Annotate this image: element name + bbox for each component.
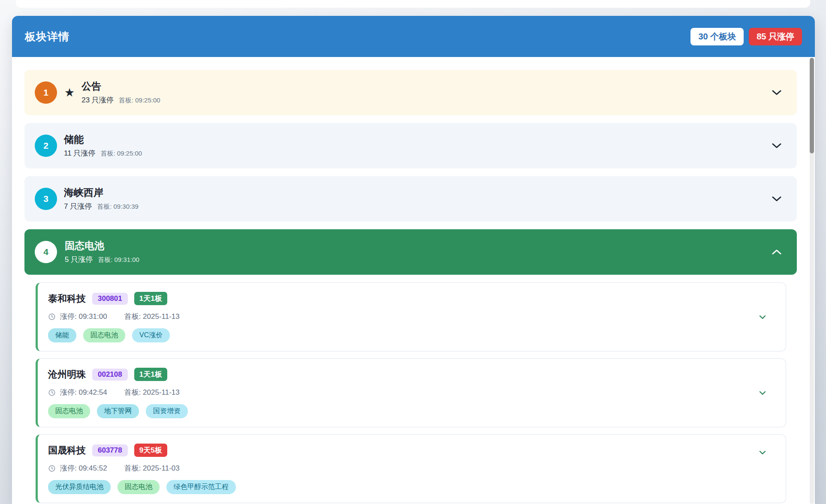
sector-row-gutaidianchi-expanded[interactable]: 4 固态电池 5 只涨停 首板: 09:31:00 (24, 229, 797, 275)
first-board-time: 首板: 09:31:00 (98, 256, 139, 264)
star-icon: ★ (64, 87, 75, 99)
stock-name: 泰和科技 (48, 292, 86, 305)
sector-row-gonggao[interactable]: 1 ★ 公告 23 只涨停 首板: 09:25:00 (24, 70, 797, 115)
clock-icon (48, 465, 56, 472)
first-board-date: 首板: 2025-11-13 (124, 312, 180, 321)
scrollbar-track[interactable] (810, 58, 814, 504)
stock-code-badge: 603778 (92, 444, 128, 456)
chevron-down-icon[interactable] (772, 143, 781, 149)
header-badges: 30 个板块 85 只涨停 (690, 28, 802, 45)
sector-list: 1 ★ 公告 23 只涨停 首板: 09:25:00 2 储能 11 只涨停 首… (12, 57, 815, 504)
page-title: 板块详情 (25, 30, 69, 44)
sector-text: 公告 23 只涨停 首板: 09:25:00 (81, 80, 160, 105)
sector-row-haixiaxian[interactable]: 3 海峡西岸 7 只涨停 首板: 09:30:39 (24, 176, 797, 222)
limit-up-time: 涨停: 09:42:54 (60, 387, 107, 397)
stock-card-guoshengkeji[interactable]: 国晟科技 603778 9天5板 涨停: 09:45:52 首板: 2025-1… (36, 434, 786, 503)
rank-badge: 1 (35, 81, 57, 104)
clock-icon (48, 313, 56, 321)
concept-tag[interactable]: 固态电池 (83, 328, 125, 342)
sector-name: 固态电池 (65, 240, 139, 252)
stock-card-cangzhoumingzhu[interactable]: 沧州明珠 002108 1天1板 涨停: 09:42:54 首板: 2025-1… (36, 358, 786, 427)
top-card-remnant (16, 0, 810, 8)
streak-badge: 1天1板 (134, 292, 167, 305)
streak-badge: 9天5板 (134, 444, 167, 457)
stock-name: 沧州明珠 (48, 368, 86, 381)
stock-card-taihekeji[interactable]: 泰和科技 300801 1天1板 涨停: 09:31:00 首板: 2025-1… (36, 282, 786, 351)
limit-up-time: 涨停: 09:45:52 (60, 463, 107, 473)
chevron-down-icon[interactable] (759, 450, 766, 455)
streak-badge: 1天1板 (134, 368, 167, 381)
concept-tag[interactable]: 光伏异质结电池 (48, 480, 111, 494)
scrollbar-thumb[interactable] (810, 58, 814, 153)
rank-badge: 4 (35, 241, 57, 263)
chevron-down-icon[interactable] (772, 196, 781, 202)
sector-count-badge: 30 个板块 (690, 28, 744, 45)
sector-row-chuneng[interactable]: 2 储能 11 只涨停 首板: 09:25:00 (24, 123, 797, 168)
chevron-up-icon[interactable] (772, 249, 781, 255)
concept-tag[interactable]: 绿色甲醇示范工程 (166, 480, 236, 494)
sector-text: 固态电池 5 只涨停 首板: 09:31:00 (65, 240, 139, 264)
chevron-down-icon[interactable] (772, 90, 781, 96)
limit-up-count: 23 只涨停 (81, 95, 114, 105)
concept-tag[interactable]: VC涨价 (132, 328, 170, 342)
sector-text: 储能 11 只涨停 首板: 09:25:00 (64, 133, 142, 158)
first-board-time: 首板: 09:25:00 (100, 150, 142, 158)
concept-tag[interactable]: 储能 (48, 328, 76, 342)
sector-name: 海峡西岸 (64, 186, 139, 199)
stock-code-badge: 002108 (92, 369, 128, 381)
first-board-date: 首板: 2025-11-13 (124, 387, 180, 397)
panel-header: 板块详情 30 个板块 85 只涨停 (12, 16, 815, 57)
limit-up-count: 11 只涨停 (64, 148, 95, 158)
chevron-down-icon[interactable] (759, 315, 766, 319)
rank-badge: 2 (35, 135, 57, 157)
limit-up-time: 涨停: 09:31:00 (60, 312, 107, 321)
concept-tag[interactable]: 国资增资 (146, 404, 188, 418)
concept-tag[interactable]: 固态电池 (48, 404, 90, 418)
limit-up-count: 7 只涨停 (64, 201, 92, 211)
first-board-date: 首板: 2025-11-03 (124, 463, 180, 473)
stock-name: 国晟科技 (48, 444, 86, 457)
concept-tag[interactable]: 固态电池 (118, 480, 160, 494)
clock-icon (48, 389, 56, 396)
chevron-down-icon[interactable] (759, 391, 766, 395)
limit-up-count-badge: 85 只涨停 (749, 28, 802, 45)
first-board-time: 首板: 09:30:39 (97, 203, 139, 211)
sector-name: 储能 (64, 133, 142, 146)
rank-badge: 3 (35, 188, 57, 210)
sector-text: 海峡西岸 7 只涨停 首板: 09:30:39 (64, 186, 139, 211)
concept-tag[interactable]: 地下管网 (97, 404, 139, 418)
sector-name: 公告 (81, 80, 160, 93)
sector-detail-panel: 板块详情 30 个板块 85 只涨停 1 ★ 公告 23 只涨停 首板: 09:… (12, 16, 815, 504)
limit-up-count: 5 只涨停 (65, 255, 93, 264)
first-board-time: 首板: 09:25:00 (119, 96, 160, 105)
stock-code-badge: 300801 (92, 293, 128, 305)
